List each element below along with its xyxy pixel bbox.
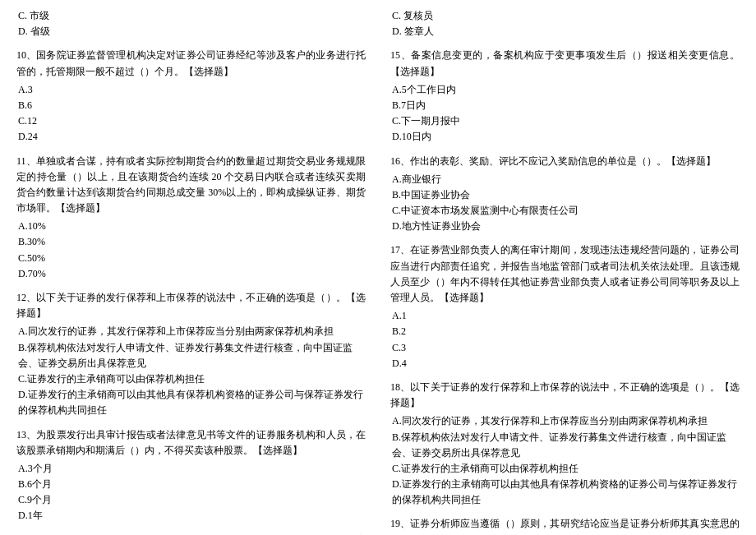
option-item: C.3 xyxy=(392,340,740,356)
option-item: B.保荐机构依法对发行人申请文件、证券发行募集文件进行核查，向中国证监会、证券交… xyxy=(18,340,366,371)
option-item: C.9个月 xyxy=(18,492,366,508)
option-item: B.6 xyxy=(18,98,366,113)
options: A.同次发行的证券，其发行保荐和上市保荐应当分别由两家保荐机构承担 B.保荐机构… xyxy=(16,324,366,418)
question-17: 17、在证券营业部负责人的离任审计期间，发现违法违规经营问题的，证券公司应当进行… xyxy=(390,242,740,371)
question-11: 11、单独或者合谋，持有或者实际控制期货合约的数量超过期货交易业务规规限定的持仓… xyxy=(16,154,366,283)
prev-question-options-right: C. 复核员 D. 签章人 xyxy=(390,8,740,39)
option-item: A.3 xyxy=(18,82,366,98)
option-item: D.证券发行的主承销商可以由其他具有保荐机构资格的证券公司与保荐证券发行的保荐机… xyxy=(392,477,740,508)
option-item: B.2 xyxy=(392,324,740,339)
option-item: C.证券发行的主承销商可以由保荐机构担任 xyxy=(392,461,740,477)
question-14: 14、证券账户卡补失补办时，（）查验申请人所提供资料的真实性、有效性、完整性及一… xyxy=(16,533,366,535)
question-text: 14、证券账户卡补失补办时，（）查验申请人所提供资料的真实性、有效性、完整性及一… xyxy=(16,533,366,535)
option-item: D.证券发行的主承销商可以由其他具有保荐机构资格的证券公司与保荐证券发行的保荐机… xyxy=(18,387,366,418)
option-item: B.30% xyxy=(18,234,366,250)
options: A.3 B.6 C.12 D.24 xyxy=(16,82,366,145)
options: A.商业银行 B.中国证券业协会 C.中证资本市场发展监测中心有限责任公司 D.… xyxy=(390,172,740,235)
options: A.1 B.2 C.3 D.4 xyxy=(390,308,740,371)
question-text: 15、备案信息变更的，备案机构应于变更事项发生后（）报送相关变更信息。【选择题】 xyxy=(390,48,740,79)
question-10: 10、国务院证券监督管理机构决定对证券公司证券经纪等涉及客户的业务进行托管的，托… xyxy=(16,48,366,145)
option-item: A.10% xyxy=(18,219,366,234)
option-item: C.50% xyxy=(18,251,366,266)
options: A.同次发行的证券，其发行保荐和上市保荐应当分别由两家保荐机构承担 B.保荐机构… xyxy=(390,413,740,508)
question-text: 13、为股票发行出具审计报告或者法律意见书等文件的证券服务机构和人员，在该股票承… xyxy=(16,427,366,459)
option-item: D. 省级 xyxy=(18,24,366,39)
option-item: A.3个月 xyxy=(18,461,366,477)
option-item: A.1 xyxy=(392,308,740,324)
question-18: 18、以下关于证券的发行保荐和上市保荐的说法中，不正确的选项是（）。【选择题】 … xyxy=(390,380,740,509)
options: A.10% B.30% C.50% D.70% xyxy=(16,219,366,282)
prev-question-options-left: C. 市级 D. 省级 xyxy=(16,8,366,39)
question-19: 19、证券分析师应当遵循（）原则，其研究结论应当是证券分析师其真实意思的表达，不… xyxy=(390,516,740,535)
option-item: D.70% xyxy=(18,266,366,282)
question-text: 17、在证券营业部负责人的离任审计期间，发现违法违规经营问题的，证券公司应当进行… xyxy=(390,242,740,306)
option-item: C.下一期月报中 xyxy=(392,113,740,129)
option-item: D. 签章人 xyxy=(392,24,740,39)
question-text: 18、以下关于证券的发行保荐和上市保荐的说法中，不正确的选项是（）。【选择题】 xyxy=(390,380,740,411)
option-item: A.商业银行 xyxy=(392,172,740,187)
option-item: B.7日内 xyxy=(392,98,740,113)
option-item: C.12 xyxy=(18,113,366,129)
question-12: 12、以下关于证券的发行保荐和上市保荐的说法中，不正确的选项是（）。【选择题】 … xyxy=(16,290,366,419)
question-text: 19、证券分析师应当遵循（）原则，其研究结论应当是证券分析师其真实意思的表达，不… xyxy=(390,516,740,535)
option-item: D.4 xyxy=(392,356,740,371)
option-item: C.中证资本市场发展监测中心有限责任公司 xyxy=(392,203,740,219)
option-item: C.证券发行的主承销商可以由保荐机构担任 xyxy=(18,371,366,387)
left-column: C. 市级 D. 省级 10、国务院证券监督管理机构决定对证券公司证券经纪等涉及… xyxy=(16,8,366,535)
question-16: 16、作出的表彰、奖励、评比不应记入奖励信息的单位是（）。【选择题】 A.商业银… xyxy=(390,154,740,235)
right-column: C. 复核员 D. 签章人 15、备案信息变更的，备案机构应于变更事项发生后（）… xyxy=(390,8,740,535)
option-item: B.保荐机构依法对发行人申请文件、证券发行募集文件进行核查，向中国证监会、证券交… xyxy=(392,430,740,461)
option-item: D.24 xyxy=(18,129,366,145)
question-text: 11、单独或者合谋，持有或者实际控制期货合约的数量超过期货交易业务规规限定的持仓… xyxy=(16,154,366,217)
question-text: 12、以下关于证券的发行保荐和上市保荐的说法中，不正确的选项是（）。【选择题】 xyxy=(16,290,366,321)
options: A.5个工作日内 B.7日内 C.下一期月报中 D.10日内 xyxy=(390,82,740,145)
option-item: C. 市级 xyxy=(18,8,366,24)
option-item: D.1年 xyxy=(18,508,366,523)
options: A.3个月 B.6个月 C.9个月 D.1年 xyxy=(16,461,366,524)
option-item: C. 复核员 xyxy=(392,8,740,24)
question-text: 10、国务院证券监督管理机构决定对证券公司证券经纪等涉及客户的业务进行托管的，托… xyxy=(16,48,366,79)
option-item: A.5个工作日内 xyxy=(392,82,740,98)
option-item: A.同次发行的证券，其发行保荐和上市保荐应当分别由两家保荐机构承担 xyxy=(18,324,366,339)
question-text: 16、作出的表彰、奖励、评比不应记入奖励信息的单位是（）。【选择题】 xyxy=(390,154,740,169)
question-13: 13、为股票发行出具审计报告或者法律意见书等文件的证券服务机构和人员，在该股票承… xyxy=(16,427,366,524)
option-item: B.6个月 xyxy=(18,477,366,492)
option-item: D.10日内 xyxy=(392,129,740,145)
option-item: B.中国证券业协会 xyxy=(392,187,740,203)
option-item: D.地方性证券业协会 xyxy=(392,219,740,234)
option-item: A.同次发行的证券，其发行保荐和上市保荐应当分别由两家保荐机构承担 xyxy=(392,413,740,429)
question-15: 15、备案信息变更的，备案机构应于变更事项发生后（）报送相关变更信息。【选择题】… xyxy=(390,48,740,145)
